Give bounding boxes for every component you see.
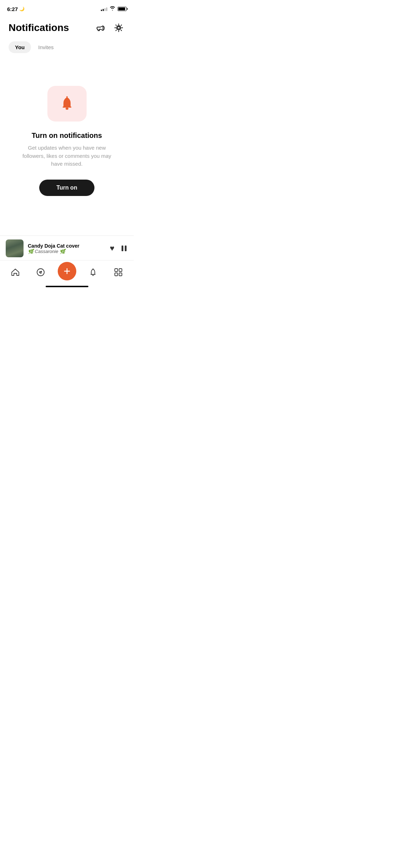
- bell-nav-icon: [88, 268, 98, 277]
- nav-add[interactable]: [53, 259, 81, 285]
- add-button[interactable]: [58, 262, 76, 280]
- album-art: [6, 239, 24, 257]
- empty-state: Turn on notifications Get updates when y…: [0, 72, 134, 210]
- pause-icon: [120, 244, 128, 252]
- time-text: 6:27: [7, 6, 18, 12]
- moon-icon: 🌙: [19, 6, 25, 11]
- svg-rect-7: [115, 269, 118, 272]
- nav-notifications[interactable]: [81, 265, 106, 280]
- now-playing-bar: Candy Doja Cat cover 🌿 Cassaronie 🌿 ♥: [0, 236, 134, 261]
- nav-library[interactable]: [106, 265, 131, 280]
- megaphone-icon: [95, 23, 105, 33]
- tabs-container: You Invites: [0, 38, 134, 57]
- header-actions: [94, 21, 125, 34]
- settings-button[interactable]: [112, 21, 125, 34]
- pause-button[interactable]: [120, 244, 128, 252]
- gear-icon: [114, 23, 124, 33]
- empty-state-description: Get updates when you have new followers,…: [21, 144, 113, 168]
- notification-bell-icon: [58, 94, 76, 113]
- nav-explore[interactable]: [28, 265, 53, 280]
- bottom-navigation: [0, 260, 134, 289]
- turn-on-button[interactable]: Turn on: [39, 180, 94, 196]
- page-title: Notifications: [9, 22, 69, 33]
- page-header: Notifications: [0, 16, 134, 38]
- tab-invites[interactable]: Invites: [34, 41, 58, 53]
- status-right: [101, 6, 127, 12]
- track-info: Candy Doja Cat cover 🌿 Cassaronie 🌿: [28, 243, 106, 254]
- svg-point-1: [66, 108, 68, 110]
- wifi-icon: [109, 6, 115, 12]
- svg-rect-10: [119, 273, 122, 276]
- svg-rect-8: [119, 269, 122, 272]
- bell-icon-container: [47, 86, 87, 122]
- library-icon: [114, 268, 123, 277]
- home-icon: [11, 268, 20, 277]
- svg-point-6: [92, 268, 93, 269]
- empty-state-title: Turn on notifications: [32, 131, 102, 140]
- status-time: 6:27 🌙: [7, 6, 25, 12]
- svg-rect-4: [125, 246, 127, 251]
- svg-point-0: [118, 27, 120, 29]
- compass-icon: [36, 268, 45, 277]
- plus-icon: [63, 267, 71, 275]
- tab-you[interactable]: You: [9, 41, 31, 53]
- megaphone-button[interactable]: [94, 21, 107, 34]
- signal-icon: [101, 7, 107, 11]
- svg-rect-3: [122, 246, 123, 251]
- track-title: Candy Doja Cat cover: [28, 243, 106, 249]
- player-controls: ♥: [110, 244, 128, 253]
- track-artist: 🌿 Cassaronie 🌿: [28, 249, 106, 254]
- status-bar: 6:27 🌙: [0, 0, 134, 16]
- heart-icon: ♥: [110, 244, 114, 253]
- nav-home[interactable]: [3, 265, 28, 280]
- like-button[interactable]: ♥: [110, 244, 114, 253]
- battery-icon: [118, 7, 127, 11]
- home-indicator: [46, 286, 88, 287]
- svg-rect-2: [66, 96, 68, 98]
- svg-rect-9: [115, 273, 118, 276]
